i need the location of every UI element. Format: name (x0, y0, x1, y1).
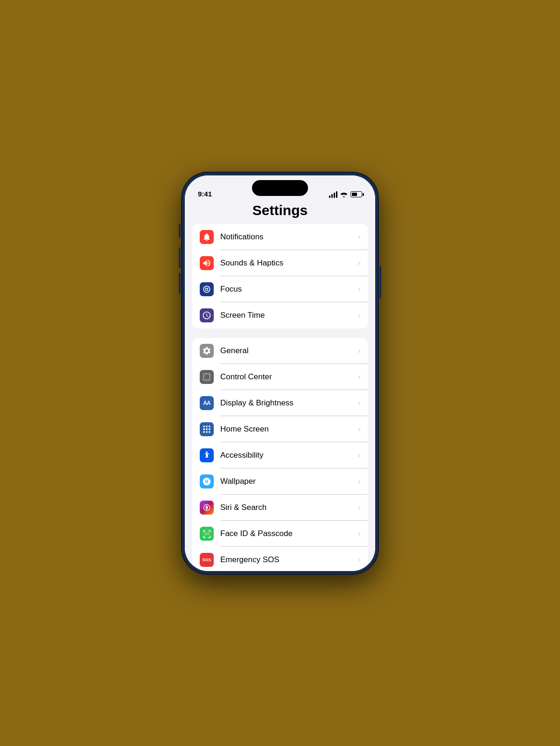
siri-icon (202, 503, 211, 512)
accessibility-icon-wrap (200, 448, 214, 462)
focus-label: Focus (220, 285, 356, 294)
battery-icon (350, 191, 362, 197)
display-icon-wrap: AA (200, 396, 214, 410)
accessibility-icon (202, 451, 211, 460)
controlcenter-icon (202, 372, 211, 382)
controlcenter-chevron: › (358, 373, 360, 381)
status-bar: 9:41 (185, 175, 375, 201)
wifi-icon (340, 192, 348, 197)
homescreen-chevron: › (358, 425, 360, 433)
screentime-chevron: › (358, 311, 360, 320)
settings-row-focus[interactable]: Focus › (192, 276, 368, 302)
settings-group-2: General › Control Center › AA (192, 338, 368, 571)
notifications-icon (202, 232, 211, 242)
display-icon-text: AA (203, 400, 210, 406)
mute-button[interactable] (179, 224, 181, 238)
status-time: 9:41 (198, 190, 212, 198)
signal-icon (329, 191, 337, 198)
homescreen-label: Home Screen (220, 425, 356, 434)
siri-chevron: › (358, 503, 360, 512)
accessibility-label: Accessibility (220, 451, 356, 460)
accessibility-chevron: › (358, 451, 360, 460)
phone-screen: 9:41 Settings (185, 175, 375, 571)
sounds-icon-wrap (200, 256, 214, 270)
settings-row-siri[interactable]: Siri & Search › (192, 495, 368, 521)
screentime-icon (202, 311, 211, 320)
settings-row-homescreen[interactable]: Home Screen › (192, 416, 368, 442)
power-button[interactable] (379, 266, 381, 299)
emergencysos-label: Emergency SOS (220, 555, 356, 565)
settings-row-general[interactable]: General › (192, 338, 368, 364)
sounds-label: Sounds & Haptics (220, 258, 356, 268)
siri-icon-wrap (200, 501, 214, 515)
settings-row-screentime[interactable]: Screen Time › (192, 302, 368, 328)
siri-label: Siri & Search (220, 503, 356, 512)
page-title: Settings (194, 202, 366, 218)
volume-up-button[interactable] (179, 247, 181, 268)
faceid-icon (202, 529, 211, 538)
focus-icon (202, 285, 211, 294)
svg-point-1 (206, 505, 208, 509)
settings-scroll[interactable]: Notifications › Sounds & Haptics › (185, 224, 375, 571)
volume-down-button[interactable] (179, 273, 181, 294)
emergencysos-chevron: › (358, 556, 360, 564)
dynamic-island (252, 180, 308, 196)
focus-icon-wrap (200, 282, 214, 296)
wallpaper-icon-wrap (200, 474, 214, 488)
sounds-chevron: › (358, 259, 360, 267)
svg-point-0 (206, 451, 207, 453)
general-icon (202, 346, 211, 356)
wallpaper-label: Wallpaper (220, 477, 356, 486)
faceid-icon-wrap (200, 527, 214, 541)
general-label: General (220, 346, 356, 356)
settings-row-accessibility[interactable]: Accessibility › (192, 442, 368, 468)
settings-row-wallpaper[interactable]: Wallpaper › (192, 468, 368, 495)
wallpaper-icon (202, 477, 211, 486)
emergencysos-icon-wrap: SOS (200, 553, 214, 567)
controlcenter-label: Control Center (220, 372, 356, 382)
settings-row-controlcenter[interactable]: Control Center › (192, 364, 368, 390)
settings-group-1: Notifications › Sounds & Haptics › (192, 224, 368, 328)
settings-row-sounds[interactable]: Sounds & Haptics › (192, 250, 368, 276)
page-title-bar: Settings (185, 201, 375, 224)
display-chevron: › (358, 399, 360, 407)
notifications-chevron: › (358, 233, 360, 241)
homescreen-icon (202, 425, 211, 434)
faceid-chevron: › (358, 530, 360, 538)
settings-row-emergencysos[interactable]: SOS Emergency SOS › (192, 547, 368, 571)
status-icons (329, 191, 362, 198)
focus-chevron: › (358, 285, 360, 293)
general-icon-wrap (200, 344, 214, 358)
phone-frame: 9:41 Settings (182, 173, 378, 574)
settings-row-notifications[interactable]: Notifications › (192, 224, 368, 250)
settings-row-faceid[interactable]: Face ID & Passcode › (192, 521, 368, 547)
sos-text: SOS (202, 558, 211, 562)
display-label: Display & Brightness (220, 398, 356, 408)
screentime-icon-wrap (200, 308, 214, 322)
screentime-label: Screen Time (220, 311, 356, 320)
settings-row-display[interactable]: AA Display & Brightness › (192, 390, 368, 416)
sounds-icon (202, 258, 211, 268)
homescreen-icon-wrap (200, 422, 214, 436)
controlcenter-icon-wrap (200, 370, 214, 384)
notifications-icon-wrap (200, 230, 214, 244)
faceid-label: Face ID & Passcode (220, 529, 356, 538)
general-chevron: › (358, 347, 360, 355)
wallpaper-chevron: › (358, 477, 360, 486)
notifications-label: Notifications (220, 232, 356, 242)
